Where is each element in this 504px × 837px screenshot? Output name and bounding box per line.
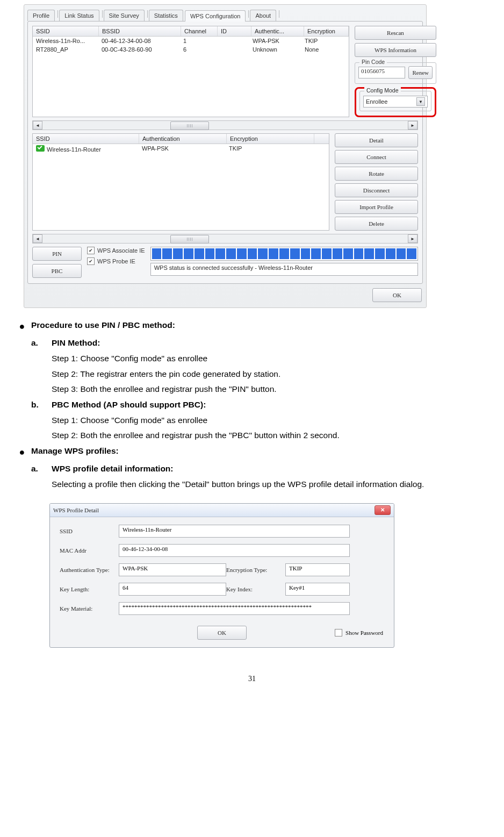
tab-about[interactable]: About [250,10,276,21]
wps-probe-ie-checkbox[interactable]: ✔WPS Probe IE [87,257,145,265]
detail-button[interactable]: Detail [335,133,418,147]
heading-procedure: Procedure to use PIN / PBC method: [31,318,175,335]
config-mode-select[interactable]: Enrollee ▼ [363,96,428,108]
disconnect-button[interactable]: Disconnect [335,183,418,197]
rotate-button[interactable]: Rotate [335,167,418,181]
col-ssid[interactable]: SSID [33,26,99,36]
tab-bar: Profile Link Status Site Survey Statisti… [24,5,426,21]
dialog-title: WPS Profile Detail [53,507,99,513]
wps-information-button[interactable]: WPS Information [355,43,436,57]
step-text: Step 1: Choose "Config mode" as enrollee [52,351,491,367]
auth-label: Authentication Type: [60,567,119,573]
tab-site-survey[interactable]: Site Survey [104,10,145,21]
keyidx-label: Key Index: [226,586,285,592]
wps-progress-bar [150,247,418,261]
col-channel[interactable]: Channel [181,26,218,36]
pbc-button[interactable]: PBC [32,264,82,278]
col-auth[interactable]: Authentic... [251,26,304,36]
step-text: Step 3: Both the enrollee and registrar … [52,382,491,397]
col2-enc[interactable]: Encryption [227,134,314,144]
enc-label: Encryption Type: [226,567,285,573]
rescan-button[interactable]: Rescan [355,26,436,40]
auth-field[interactable]: WPA-PSK [119,563,226,576]
horizontal-scrollbar-2[interactable]: ◄ ► [32,234,418,244]
wps-associate-ie-checkbox[interactable]: ✔WPS Associate IE [87,247,145,254]
delete-button[interactable]: Delete [335,217,418,231]
horizontal-scrollbar[interactable]: ◄ ► [32,120,418,130]
renew-button[interactable]: Renew [408,66,433,79]
import-profile-button[interactable]: Import Profile [335,200,418,214]
pin-code-label: Pin Code [359,59,387,65]
ok-button[interactable]: OK [372,288,422,302]
paragraph: Selecting a profile then clicking the "D… [52,477,491,492]
chevron-down-icon: ▼ [416,97,425,106]
keyidx-field[interactable]: Key#1 [285,583,350,596]
pin-button[interactable]: PIN [32,247,82,261]
keymat-field[interactable]: ****************************************… [119,602,350,615]
col-enc[interactable]: Encryption [304,26,349,36]
table-row[interactable]: RT2880_AP 00-0C-43-28-60-90 6 Unknown No… [33,45,349,54]
table-row[interactable]: Wireless-11n-Ro... 00-46-12-34-00-08 1 W… [33,37,349,45]
scroll-thumb[interactable] [170,235,209,244]
keylen-field[interactable]: 64 [119,583,226,596]
profile-list-table: SSID Authentication Encryption Wireless-… [32,133,329,231]
pin-code-field[interactable]: 01056075 [358,67,405,78]
col2-ssid[interactable]: SSID [33,134,139,144]
wps-profile-detail-dialog: WPS Profile Detail ✕ SSID Wireless-11n-R… [49,503,394,648]
table-row[interactable]: Wireless-11n-Router WPA-PSK TKIP [33,144,329,154]
connect-button[interactable]: Connect [335,150,418,164]
step-text: Step 2: Both the enrollee and registrar … [52,428,491,443]
step-text: Step 1: Choose "Config mode" as enrollee [52,413,491,428]
tab-profile[interactable]: Profile [27,10,55,21]
pin-code-group: Pin Code 01056075 Renew [355,62,436,84]
col2-auth[interactable]: Authentication [139,134,227,144]
scroll-right-icon[interactable]: ► [408,234,417,243]
heading-profile-detail: WPS profile detail information: [52,461,491,477]
wps-config-window: Profile Link Status Site Survey Statisti… [24,4,427,308]
config-mode-label: Config Mode [364,87,401,94]
heading-pbc: PBC Method (AP should support PBC): [52,397,491,413]
scroll-left-icon[interactable]: ◄ [33,234,42,243]
mac-label: MAC Addr [60,547,119,554]
ssid-field[interactable]: Wireless-11n-Router [119,525,350,538]
config-mode-highlight: Config Mode Enrollee ▼ [355,87,436,117]
heading-manage: Manage WPS profiles: [31,443,119,461]
scroll-left-icon[interactable]: ◄ [33,121,42,130]
show-password-checkbox[interactable]: Show Password [335,629,383,636]
heading-pin: PIN Method: [52,335,491,351]
ssid-label: SSID [60,528,119,534]
check-icon [36,145,45,152]
tab-link-status[interactable]: Link Status [59,10,99,21]
document-body: ●Procedure to use PIN / PBC method: a.PI… [13,318,491,492]
tab-wps-configuration[interactable]: WPS Configuration [185,10,246,22]
mac-field[interactable]: 00-46-12-34-00-08 [119,544,350,557]
enc-field[interactable]: TKIP [285,563,350,576]
col-id[interactable]: ID [218,26,251,36]
close-icon[interactable]: ✕ [375,505,391,515]
tab-statistics[interactable]: Statistics [149,10,183,21]
scroll-thumb[interactable] [170,121,209,130]
ap-list-table: SSID BSSID Channel ID Authentic... Encry… [32,26,349,117]
keylen-label: Key Length: [60,586,119,592]
keymat-label: Key Material: [60,605,119,612]
col-bssid[interactable]: BSSID [99,26,181,36]
dialog-ok-button[interactable]: OK [197,626,247,640]
scroll-right-icon[interactable]: ► [408,121,417,130]
step-text: Step 2: The registrar enters the pin cod… [52,367,491,382]
wps-status-text: WPS status is connected successfully - W… [150,263,418,276]
page-number: 31 [0,675,504,683]
